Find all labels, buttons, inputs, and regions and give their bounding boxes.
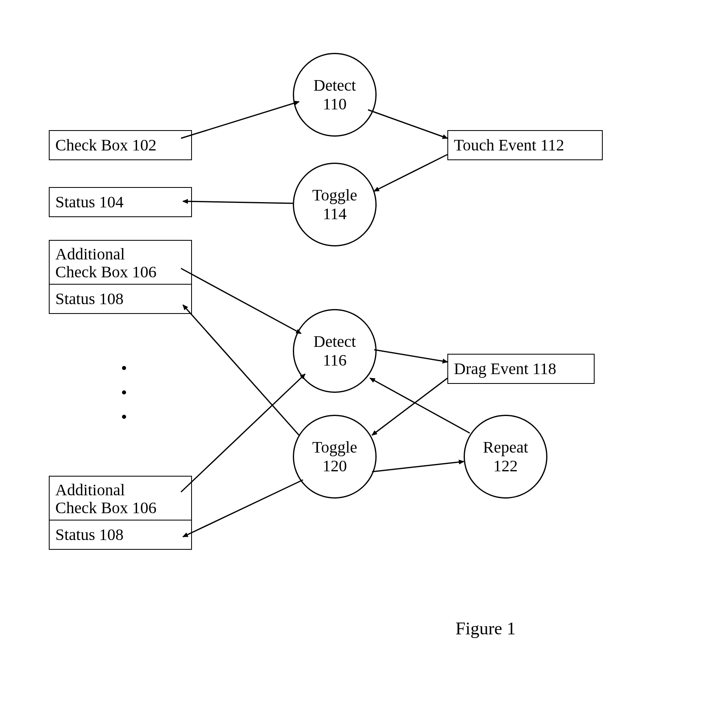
label-line2: Check Box 106 (55, 499, 157, 517)
label-line1: Detect (314, 76, 356, 95)
label: Status 108 (55, 290, 124, 308)
label-line2: 110 (323, 95, 347, 113)
svg-line-5 (181, 374, 305, 492)
detect-116: Detect 116 (293, 309, 377, 393)
ellipsis-dot (122, 390, 126, 394)
label-line1: Additional (55, 245, 125, 263)
svg-line-6 (374, 350, 447, 362)
diagram-canvas: Check Box 102 Status 104 Detect 110 Togg… (0, 0, 728, 710)
additional-check-box-106-upper: Additional Check Box 106 (49, 240, 192, 286)
repeat-122: Repeat 122 (464, 415, 547, 499)
check-box-102: Check Box 102 (49, 130, 192, 160)
status-108-lower: Status 108 (49, 520, 192, 550)
label: Check Box 102 (55, 136, 157, 154)
status-104: Status 104 (49, 187, 192, 217)
label-line1: Detect (314, 332, 356, 351)
label-line1: Additional (55, 481, 125, 499)
svg-line-11 (370, 378, 470, 433)
toggle-114: Toggle 114 (293, 163, 377, 246)
drag-event-118: Drag Event 118 (447, 354, 595, 384)
toggle-120: Toggle 120 (293, 415, 377, 499)
additional-check-box-106-lower: Additional Check Box 106 (49, 476, 192, 522)
svg-line-10 (372, 462, 464, 472)
label: Status 108 (55, 526, 124, 544)
detect-110: Detect 110 (293, 53, 377, 137)
svg-line-1 (368, 110, 447, 138)
label-line2: 114 (323, 205, 347, 223)
ellipsis-dot (122, 415, 126, 419)
svg-line-0 (181, 102, 299, 138)
label-line2: 122 (493, 457, 518, 475)
label-line1: Toggle (312, 186, 357, 205)
caption-text: Figure 1 (456, 619, 516, 638)
label: Status 104 (55, 193, 124, 211)
touch-event-112: Touch Event 112 (447, 130, 603, 160)
svg-line-3 (183, 201, 293, 203)
label-line1: Repeat (483, 438, 528, 457)
figure-caption: Figure 1 (456, 618, 516, 639)
label: Drag Event 118 (454, 360, 556, 378)
label-line1: Toggle (312, 438, 357, 457)
svg-line-8 (183, 305, 299, 435)
svg-line-2 (374, 155, 447, 191)
svg-line-4 (181, 268, 301, 333)
label-line2: Check Box 106 (55, 263, 157, 281)
label: Touch Event 112 (454, 136, 564, 154)
svg-line-7 (372, 378, 447, 435)
status-108-upper: Status 108 (49, 284, 192, 314)
label-line2: 120 (323, 457, 347, 475)
ellipsis-dot (122, 366, 126, 370)
label-line2: 116 (323, 351, 347, 370)
svg-line-9 (183, 480, 303, 537)
